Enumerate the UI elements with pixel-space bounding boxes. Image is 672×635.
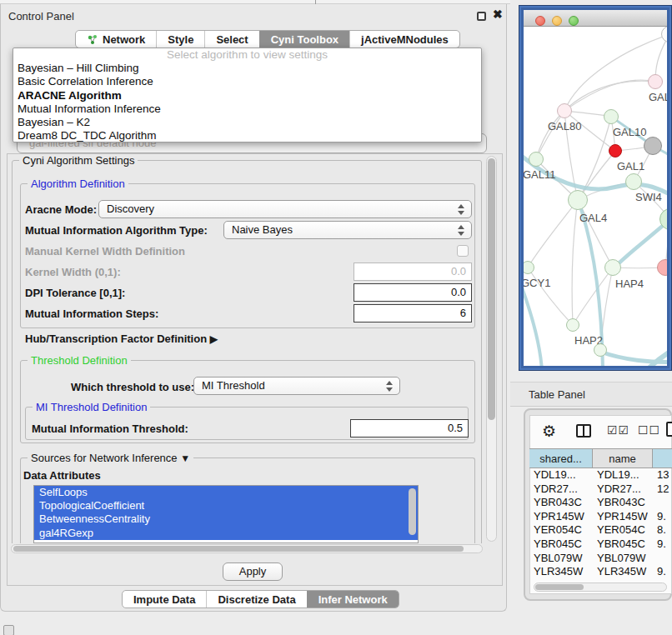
collapse-arrow-icon[interactable]: ▼ [180, 452, 190, 464]
network-node-gal80[interactable] [557, 103, 572, 118]
mi-threshold-input[interactable]: 0.5 [350, 419, 469, 438]
tab-network[interactable]: Network [76, 31, 156, 48]
network-node[interactable] [644, 137, 662, 155]
close-window-icon[interactable] [535, 16, 545, 26]
network-node-label: GAL4 [579, 212, 607, 224]
sources-title: Sources for Network Inference [31, 452, 178, 464]
which-threshold-value: MI Threshold [202, 379, 265, 392]
mi-type-select[interactable]: Naive Bayes [223, 221, 472, 239]
algorithm-option[interactable]: Bayesian – K2 [13, 116, 481, 129]
network-node-hap4[interactable] [604, 259, 621, 276]
apply-button[interactable]: Apply [223, 562, 283, 581]
table-cell [653, 552, 672, 566]
settings-viewport: Cyni Algorithm Settings Algorithm Defini… [8, 155, 485, 543]
close-panel-icon[interactable]: ✖ [493, 8, 503, 21]
algorithm-popup: Select algorithm to view settings Bayesi… [13, 48, 482, 142]
tab-select[interactable]: Select [204, 31, 258, 48]
tab-label: Discretize Data [218, 593, 295, 606]
tab-cyni-toolbox[interactable]: Cyni Toolbox [259, 31, 349, 48]
tab-discretize-data[interactable]: Discretize Data [206, 591, 306, 608]
table-row[interactable]: YER054CYER054C8. [529, 523, 672, 538]
data-attributes-list[interactable]: SelfLoopsTopologicalCoefficientBetweenne… [33, 485, 419, 543]
data-attribute-item[interactable]: gal4RGexp [34, 527, 418, 540]
mi-steps-input[interactable]: 6 [354, 304, 472, 322]
group-title: MI Threshold Definition [33, 401, 150, 413]
split-columns-icon[interactable] [576, 424, 591, 438]
aracne-mode-select[interactable]: Discovery [98, 200, 472, 218]
settings-vscrollbar-thumb[interactable] [488, 158, 495, 420]
mi-type-label: Mutual Information Algorithm Type: [25, 224, 208, 237]
table-cell: 9. [653, 510, 672, 524]
network-node-gal10[interactable] [604, 109, 619, 124]
table-cell: YBL079W [593, 552, 653, 566]
algorithm-option[interactable]: Basic Correlation Inference [13, 75, 481, 88]
combo-arrows-icon [458, 203, 465, 216]
list-scrollbar[interactable] [409, 488, 416, 535]
aracne-mode-value: Discovery [107, 202, 154, 215]
popup-prompt: Select algorithm to view settings [13, 48, 481, 62]
kernel-width-input[interactable]: 0.0 [354, 262, 472, 281]
tab-impute-data[interactable]: Impute Data [123, 591, 206, 608]
network-node[interactable] [594, 343, 607, 357]
table-row[interactable]: YLR345WYLR345W9. [529, 565, 672, 579]
algorithm-option[interactable]: ARACNE Algorithm [13, 89, 481, 102]
network-node-gal4[interactable] [568, 190, 588, 210]
which-threshold-select[interactable]: MI Threshold [193, 377, 400, 395]
algorithm-option[interactable]: Mutual Information Inference [13, 102, 481, 116]
table-column-header[interactable]: name [593, 448, 653, 468]
data-attribute-item[interactable]: BetweennessCentrality [34, 512, 418, 526]
hub-definition-label: Hub/Transcription Factor Definition [25, 332, 207, 345]
data-attribute-item[interactable]: TopologicalCoefficient [34, 499, 418, 512]
network-window-titlebar[interactable] [524, 10, 667, 27]
algorithm-option[interactable]: Bayesian – Hill Climbing [13, 62, 481, 75]
tab-infer-network[interactable]: Infer Network [307, 591, 399, 608]
tab-jactivemnodules[interactable]: jActiveMNodules [349, 31, 459, 48]
tab-style[interactable]: Style [156, 31, 204, 48]
node-table: shared...nameAYDL19...YDL19...13YDR27...… [529, 448, 672, 582]
bottom-left-partial-icon[interactable] [3, 625, 14, 635]
network-node-label: SWI4 [635, 191, 662, 203]
zoom-window-icon[interactable] [569, 16, 579, 26]
network-node-swi4[interactable] [625, 173, 642, 190]
table-row[interactable]: YDL19...YDL19...13 [529, 468, 672, 482]
page-icon[interactable] [666, 422, 672, 437]
table-row[interactable]: YDR27...YDR27...12 [529, 482, 672, 497]
table-row[interactable]: YBR043CYBR043C [529, 496, 672, 510]
table-row[interactable]: YBL079WYBL079W [529, 552, 672, 566]
aracne-mode-label: Aracne Mode: [25, 203, 97, 216]
manual-kernel-checkbox[interactable] [457, 245, 469, 257]
unchecked-boxes-icon[interactable]: ☐☐ [638, 423, 660, 437]
table-cell: YER054C [529, 523, 593, 538]
minimize-window-icon[interactable] [552, 16, 562, 26]
gear-icon[interactable]: ⚙ [542, 422, 556, 441]
table-cell: YLR345W [593, 565, 653, 579]
dpi-tolerance-label: DPI Tolerance [0,1]: [25, 287, 125, 299]
network-node-hap2[interactable] [566, 318, 579, 332]
network-node-gal11[interactable] [529, 152, 544, 167]
hub-definition-expander[interactable]: Hub/Transcription Factor Definition ▶ [25, 332, 218, 345]
table-hscrollbar-thumb[interactable] [535, 584, 584, 590]
network-node-label: GAL10 [613, 126, 646, 138]
table-cell: YDL19... [529, 468, 593, 482]
network-node-gal[interactable] [648, 74, 663, 89]
table-row[interactable]: YIL052CYIL052C9. [529, 579, 672, 582]
table-column-header[interactable]: shared... [529, 448, 593, 468]
dpi-tolerance-input[interactable]: 0.0 [354, 283, 472, 302]
data-attribute-item[interactable]: SelfLoops [34, 486, 418, 499]
table-cell: YDL19... [593, 468, 653, 482]
table-row[interactable]: YBR045CYBR045C9. [529, 538, 672, 552]
network-node-label: GAL1 [617, 160, 644, 172]
algorithm-option[interactable]: Dream8 DC_TDC Algorithm [13, 129, 481, 142]
network-node-gal1[interactable] [609, 144, 622, 158]
network-node-label: GAL80 [548, 120, 581, 132]
table-row[interactable]: YPR145WYPR145W9. [529, 510, 672, 524]
settings-hscrollbar-thumb[interactable] [13, 546, 464, 552]
table-column-header[interactable]: A [653, 448, 672, 468]
table-cell: 8. [653, 523, 672, 538]
float-panel-icon[interactable] [477, 12, 486, 21]
table-cell: YBR043C [593, 496, 653, 510]
checked-boxes-icon[interactable]: ☑☑ [607, 423, 629, 437]
table-panel-title: Table Panel [529, 388, 585, 401]
table-cell: 9. [653, 579, 672, 582]
network-canvas[interactable]: GALGAL80GAL10GAL1GAL11SWI4GAL4GCY1HAP4YH… [524, 27, 667, 366]
